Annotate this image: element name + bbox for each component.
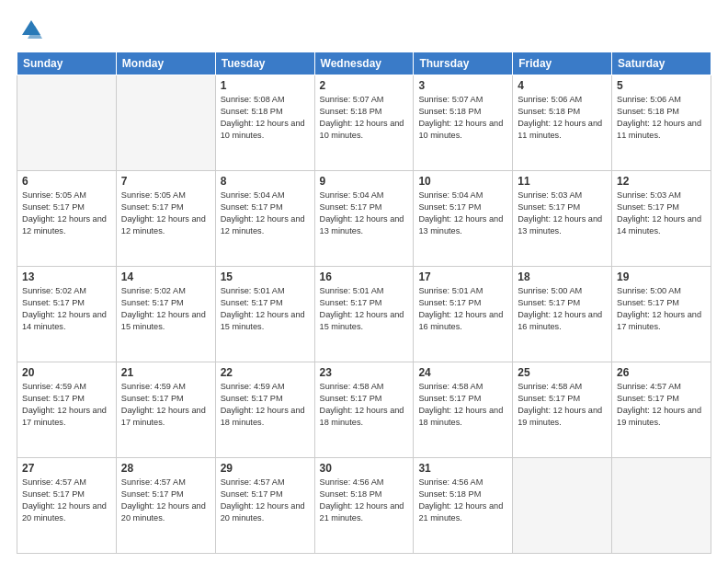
day-info: Sunrise: 4:57 AM Sunset: 5:17 PM Dayligh… <box>617 381 706 429</box>
day-number: 28 <box>121 462 210 475</box>
day-number: 11 <box>518 175 607 188</box>
header <box>17 17 711 42</box>
day-number: 31 <box>418 462 507 475</box>
day-number: 15 <box>221 270 310 283</box>
calendar-cell: 9Sunrise: 5:04 AM Sunset: 5:17 PM Daylig… <box>314 171 414 267</box>
weekday-header: Thursday <box>414 52 513 75</box>
day-info: Sunrise: 5:03 AM Sunset: 5:17 PM Dayligh… <box>617 190 706 237</box>
day-info: Sunrise: 4:58 AM Sunset: 5:17 PM Dayligh… <box>518 381 607 429</box>
day-info: Sunrise: 4:56 AM Sunset: 5:18 PM Dayligh… <box>418 477 507 524</box>
logo <box>17 17 46 42</box>
day-number: 24 <box>418 366 507 379</box>
calendar-cell: 5Sunrise: 5:06 AM Sunset: 5:18 PM Daylig… <box>612 75 711 171</box>
day-info: Sunrise: 5:04 AM Sunset: 5:17 PM Dayligh… <box>221 190 310 237</box>
weekday-header: Wednesday <box>314 52 414 75</box>
weekday-header: Friday <box>513 52 612 75</box>
day-number: 13 <box>22 270 111 283</box>
calendar-cell: 23Sunrise: 4:58 AM Sunset: 5:17 PM Dayli… <box>314 362 414 458</box>
day-info: Sunrise: 4:57 AM Sunset: 5:17 PM Dayligh… <box>22 477 111 524</box>
calendar-cell: 7Sunrise: 5:05 AM Sunset: 5:17 PM Daylig… <box>116 171 215 267</box>
day-info: Sunrise: 5:08 AM Sunset: 5:18 PM Dayligh… <box>221 94 310 142</box>
calendar-cell: 20Sunrise: 4:59 AM Sunset: 5:17 PM Dayli… <box>17 362 117 458</box>
day-info: Sunrise: 5:05 AM Sunset: 5:17 PM Dayligh… <box>121 190 210 237</box>
day-info: Sunrise: 5:02 AM Sunset: 5:17 PM Dayligh… <box>121 285 210 333</box>
calendar-cell: 24Sunrise: 4:58 AM Sunset: 5:17 PM Dayli… <box>414 362 513 458</box>
day-info: Sunrise: 5:07 AM Sunset: 5:18 PM Dayligh… <box>320 94 409 142</box>
calendar-week-row: 20Sunrise: 4:59 AM Sunset: 5:17 PM Dayli… <box>17 362 711 458</box>
calendar-cell: 4Sunrise: 5:06 AM Sunset: 5:18 PM Daylig… <box>513 75 612 171</box>
day-info: Sunrise: 5:01 AM Sunset: 5:17 PM Dayligh… <box>418 285 507 333</box>
calendar-cell: 8Sunrise: 5:04 AM Sunset: 5:17 PM Daylig… <box>215 171 314 267</box>
weekday-header: Saturday <box>612 52 711 75</box>
day-info: Sunrise: 5:03 AM Sunset: 5:17 PM Dayligh… <box>518 190 607 237</box>
weekday-header: Tuesday <box>215 52 314 75</box>
calendar-cell: 30Sunrise: 4:56 AM Sunset: 5:18 PM Dayli… <box>314 458 414 554</box>
calendar-cell: 16Sunrise: 5:01 AM Sunset: 5:17 PM Dayli… <box>314 267 414 362</box>
day-info: Sunrise: 4:57 AM Sunset: 5:17 PM Dayligh… <box>121 477 210 524</box>
calendar-cell: 25Sunrise: 4:58 AM Sunset: 5:17 PM Dayli… <box>513 362 612 458</box>
calendar-cell: 18Sunrise: 5:00 AM Sunset: 5:17 PM Dayli… <box>513 267 612 362</box>
day-info: Sunrise: 5:06 AM Sunset: 5:18 PM Dayligh… <box>518 94 607 142</box>
day-number: 14 <box>121 270 210 283</box>
day-info: Sunrise: 5:00 AM Sunset: 5:17 PM Dayligh… <box>617 285 706 333</box>
calendar-cell <box>513 458 612 554</box>
day-number: 5 <box>617 79 706 92</box>
calendar-cell: 6Sunrise: 5:05 AM Sunset: 5:17 PM Daylig… <box>17 171 117 267</box>
day-number: 30 <box>320 462 409 475</box>
day-number: 9 <box>320 175 409 188</box>
day-number: 1 <box>221 79 310 92</box>
day-info: Sunrise: 5:02 AM Sunset: 5:17 PM Dayligh… <box>22 285 111 333</box>
day-number: 22 <box>221 366 310 379</box>
calendar-cell <box>17 75 117 171</box>
calendar-cell: 15Sunrise: 5:01 AM Sunset: 5:17 PM Dayli… <box>215 267 314 362</box>
calendar-cell <box>612 458 711 554</box>
calendar-cell: 13Sunrise: 5:02 AM Sunset: 5:17 PM Dayli… <box>17 267 117 362</box>
day-number: 4 <box>518 79 607 92</box>
day-number: 12 <box>617 175 706 188</box>
day-number: 26 <box>617 366 706 379</box>
calendar-week-row: 6Sunrise: 5:05 AM Sunset: 5:17 PM Daylig… <box>17 171 711 267</box>
day-number: 21 <box>121 366 210 379</box>
day-info: Sunrise: 5:04 AM Sunset: 5:17 PM Dayligh… <box>418 190 507 237</box>
calendar-cell: 10Sunrise: 5:04 AM Sunset: 5:17 PM Dayli… <box>414 171 513 267</box>
day-number: 18 <box>518 270 607 283</box>
day-number: 25 <box>518 366 607 379</box>
calendar-week-row: 13Sunrise: 5:02 AM Sunset: 5:17 PM Dayli… <box>17 267 711 362</box>
day-info: Sunrise: 5:04 AM Sunset: 5:17 PM Dayligh… <box>320 190 409 237</box>
calendar-cell: 31Sunrise: 4:56 AM Sunset: 5:18 PM Dayli… <box>414 458 513 554</box>
calendar-cell: 2Sunrise: 5:07 AM Sunset: 5:18 PM Daylig… <box>314 75 414 171</box>
weekday-header-row: SundayMondayTuesdayWednesdayThursdayFrid… <box>17 52 711 75</box>
day-number: 19 <box>617 270 706 283</box>
calendar-cell: 12Sunrise: 5:03 AM Sunset: 5:17 PM Dayli… <box>612 171 711 267</box>
calendar-cell <box>116 75 215 171</box>
day-info: Sunrise: 4:59 AM Sunset: 5:17 PM Dayligh… <box>22 381 111 429</box>
weekday-header: Sunday <box>17 52 117 75</box>
day-info: Sunrise: 4:58 AM Sunset: 5:17 PM Dayligh… <box>320 381 409 429</box>
calendar-cell: 27Sunrise: 4:57 AM Sunset: 5:17 PM Dayli… <box>17 458 117 554</box>
calendar-cell: 21Sunrise: 4:59 AM Sunset: 5:17 PM Dayli… <box>116 362 215 458</box>
weekday-header: Monday <box>116 52 215 75</box>
calendar-cell: 26Sunrise: 4:57 AM Sunset: 5:17 PM Dayli… <box>612 362 711 458</box>
day-info: Sunrise: 5:00 AM Sunset: 5:17 PM Dayligh… <box>518 285 607 333</box>
calendar-cell: 3Sunrise: 5:07 AM Sunset: 5:18 PM Daylig… <box>414 75 513 171</box>
day-number: 23 <box>320 366 409 379</box>
day-info: Sunrise: 4:59 AM Sunset: 5:17 PM Dayligh… <box>121 381 210 429</box>
calendar-cell: 19Sunrise: 5:00 AM Sunset: 5:17 PM Dayli… <box>612 267 711 362</box>
day-number: 3 <box>418 79 507 92</box>
calendar-table: SundayMondayTuesdayWednesdayThursdayFrid… <box>17 52 711 554</box>
day-info: Sunrise: 5:01 AM Sunset: 5:17 PM Dayligh… <box>221 285 310 333</box>
day-info: Sunrise: 4:59 AM Sunset: 5:17 PM Dayligh… <box>221 381 310 429</box>
day-info: Sunrise: 5:01 AM Sunset: 5:17 PM Dayligh… <box>320 285 409 333</box>
calendar-cell: 17Sunrise: 5:01 AM Sunset: 5:17 PM Dayli… <box>414 267 513 362</box>
day-info: Sunrise: 4:56 AM Sunset: 5:18 PM Dayligh… <box>320 477 409 524</box>
day-info: Sunrise: 5:06 AM Sunset: 5:18 PM Dayligh… <box>617 94 706 142</box>
logo-icon <box>17 17 42 42</box>
day-number: 17 <box>418 270 507 283</box>
day-number: 7 <box>121 175 210 188</box>
day-number: 16 <box>320 270 409 283</box>
day-number: 29 <box>221 462 310 475</box>
page: SundayMondayTuesdayWednesdayThursdayFrid… <box>0 0 728 563</box>
day-info: Sunrise: 5:05 AM Sunset: 5:17 PM Dayligh… <box>22 190 111 237</box>
day-number: 6 <box>22 175 111 188</box>
calendar-week-row: 27Sunrise: 4:57 AM Sunset: 5:17 PM Dayli… <box>17 458 711 554</box>
